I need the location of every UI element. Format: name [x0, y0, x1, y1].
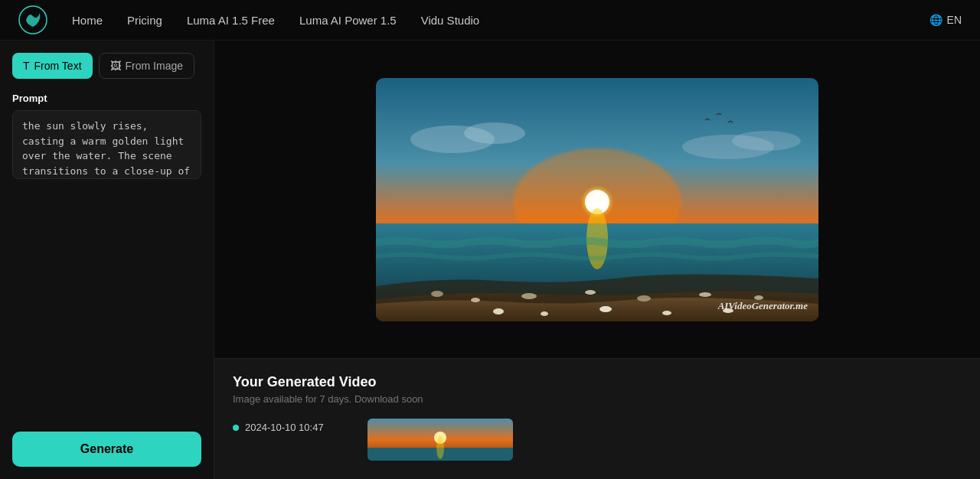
nav-pricing[interactable]: Pricing	[127, 14, 162, 27]
video-watermark: AIVideoGenerator.me	[718, 300, 808, 312]
video-timestamp: 2024-10-10 10:47	[245, 422, 324, 433]
bottom-panel: Your Generated Video Image available for…	[214, 358, 980, 479]
main-layout: T From Text 🖼 From Image Prompt Generate	[0, 41, 980, 479]
nav-home[interactable]: Home	[72, 14, 103, 27]
generated-video-title: Your Generated Video	[233, 374, 962, 390]
nav-luma-power[interactable]: Luma AI Power 1.5	[299, 14, 397, 27]
svg-point-26	[436, 436, 444, 459]
svg-point-11	[637, 295, 651, 301]
image-icon: 🖼	[110, 60, 121, 72]
svg-point-20	[464, 122, 525, 144]
video-date: 2024-10-10 10:47	[233, 419, 355, 433]
globe-icon: 🌐	[929, 14, 942, 26]
svg-point-22	[732, 131, 801, 151]
svg-point-12	[699, 292, 711, 297]
prompt-input[interactable]	[12, 110, 201, 179]
content-area: AIVideoGenerator.me Your Generated Video…	[214, 41, 980, 479]
video-entry: 2024-10-10 10:47	[233, 419, 962, 461]
tab-from-image[interactable]: 🖼 From Image	[99, 53, 194, 79]
svg-point-16	[599, 306, 612, 312]
svg-point-9	[521, 293, 537, 299]
generate-button[interactable]: Generate	[12, 432, 201, 467]
video-thumbnail[interactable]	[368, 419, 513, 461]
tab-row: T From Text 🖼 From Image	[12, 53, 201, 79]
prompt-label: Prompt	[12, 93, 201, 104]
language-selector[interactable]: 🌐 EN	[929, 14, 962, 26]
logo	[18, 5, 47, 34]
video-preview-area: AIVideoGenerator.me	[214, 41, 980, 358]
tab-from-text[interactable]: T From Text	[12, 53, 93, 79]
lang-label: EN	[947, 14, 962, 26]
svg-point-10	[585, 290, 596, 295]
tab-from-text-label: From Text	[34, 60, 82, 72]
generated-video-subtitle: Image available for 7 days. Download soo…	[233, 393, 962, 405]
nav-vidu[interactable]: Vidu Studio	[421, 14, 479, 27]
svg-point-17	[662, 311, 671, 315]
video-frame: AIVideoGenerator.me	[376, 78, 818, 321]
tab-from-image-label: From Image	[126, 60, 183, 72]
svg-point-7	[431, 291, 443, 297]
svg-point-15	[541, 311, 548, 316]
nav-luma-free[interactable]: Luma AI 1.5 Free	[187, 14, 275, 27]
svg-point-14	[493, 308, 504, 314]
main-nav: Home Pricing Luma AI 1.5 Free Luma AI Po…	[72, 14, 929, 27]
status-dot	[233, 425, 239, 431]
header: Home Pricing Luma AI 1.5 Free Luma AI Po…	[0, 0, 980, 41]
sidebar: T From Text 🖼 From Image Prompt Generate	[0, 41, 214, 479]
text-icon: T	[23, 60, 30, 72]
svg-point-8	[471, 298, 480, 302]
